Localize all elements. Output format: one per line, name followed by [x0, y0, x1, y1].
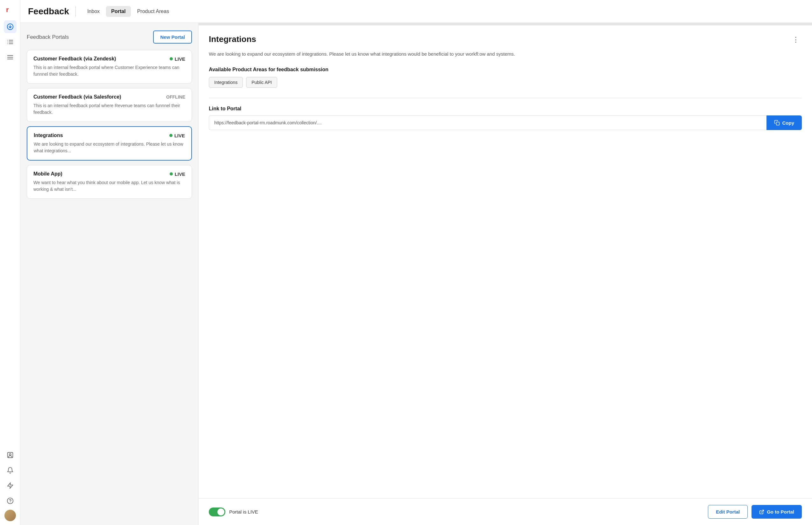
portal-card-mobile[interactable]: Mobile App) LIVE We want to hear what yo… [27, 165, 192, 199]
portal-card-salesforce[interactable]: Customer Feedback (via Salesforce) OFFLI… [27, 88, 192, 122]
status-dot-live [169, 134, 173, 137]
portal-status-salesforce: OFFLINE [166, 94, 185, 100]
portal-description: This is an internal feedback portal wher… [33, 64, 185, 78]
bell-icon[interactable] [4, 464, 17, 477]
status-text: LIVE [175, 56, 185, 62]
portal-status-zendesk: LIVE [170, 56, 185, 62]
person-icon[interactable] [4, 449, 17, 461]
app-logo[interactable]: r [4, 4, 16, 15]
portal-description: We want to hear what you think about our… [33, 179, 185, 193]
portal-status-mobile: LIVE [170, 171, 185, 177]
download-icon[interactable] [4, 20, 17, 33]
new-portal-button[interactable]: New Portal [153, 31, 192, 44]
edit-portal-button[interactable]: Edit Portal [708, 505, 748, 519]
portal-card-header: Customer Feedback (via Zendesk) LIVE [33, 56, 185, 62]
svg-rect-18 [776, 122, 779, 125]
tab-inbox[interactable]: Inbox [82, 6, 105, 17]
copy-label: Copy [782, 120, 795, 125]
status-text: OFFLINE [166, 94, 185, 100]
detail-top-bar [199, 23, 812, 26]
go-to-portal-button[interactable]: Go to Portal [752, 505, 802, 519]
live-toggle[interactable] [209, 508, 226, 516]
detail-footer: Portal is LIVE Edit Portal Go to Portal [199, 498, 812, 525]
sidebar: r [0, 0, 20, 525]
portal-card-zendesk[interactable]: Customer Feedback (via Zendesk) LIVE Thi… [27, 50, 192, 84]
detail-panel: Integrations ⋮ We are looking to expand … [199, 23, 812, 525]
portal-name: Customer Feedback (via Zendesk) [33, 56, 116, 62]
avatar[interactable] [4, 510, 16, 521]
live-toggle-row: Portal is LIVE [209, 508, 258, 516]
svg-point-14 [9, 453, 11, 455]
status-dot-live [170, 57, 173, 60]
portal-description: We are looking to expand our ecosystem o… [34, 141, 185, 154]
portal-name: Mobile App) [33, 171, 62, 177]
detail-title: Integrations [209, 34, 256, 44]
lightning-icon[interactable] [4, 479, 17, 492]
toggle-knob [217, 508, 224, 515]
product-area-tag-integrations: Integrations [209, 77, 243, 88]
link-section: Link to Portal Copy [209, 98, 802, 130]
footer-buttons: Edit Portal Go to Portal [708, 505, 802, 519]
live-toggle-label: Portal is LIVE [229, 509, 258, 514]
portal-link-input[interactable] [209, 116, 767, 130]
product-area-tag-public-api: Public API [246, 77, 277, 88]
detail-content: Integrations ⋮ We are looking to expand … [199, 26, 812, 498]
product-areas-section-title: Available Product Areas for feedback sub… [209, 67, 802, 73]
detail-menu-button[interactable]: ⋮ [790, 34, 802, 45]
header: Feedback Inbox Portal Product Areas [20, 0, 812, 23]
portal-card-header: Integrations LIVE [34, 133, 185, 138]
external-link-icon [759, 509, 764, 514]
portal-status-integrations: LIVE [169, 133, 185, 138]
portal-list-panel: Feedback Portals New Portal Customer Fee… [20, 23, 199, 525]
content-area: Feedback Portals New Portal Customer Fee… [20, 23, 812, 525]
portal-list-title: Feedback Portals [27, 34, 69, 40]
detail-description: We are looking to expand our ecosystem o… [209, 50, 802, 58]
portal-name: Integrations [34, 133, 63, 138]
svg-line-19 [762, 510, 764, 512]
portal-list-header: Feedback Portals New Portal [27, 31, 192, 44]
product-areas-tags: Integrations Public API [209, 77, 802, 88]
detail-header: Integrations ⋮ [209, 34, 802, 45]
portal-name: Customer Feedback (via Salesforce) [33, 94, 121, 100]
copy-icon [774, 120, 780, 125]
portal-card-integrations[interactable]: Integrations LIVE We are looking to expa… [27, 126, 192, 161]
copy-button[interactable]: Copy [767, 116, 802, 130]
status-text: LIVE [175, 171, 185, 177]
svg-marker-15 [7, 483, 13, 489]
page-title: Feedback [28, 6, 69, 17]
tab-portal[interactable]: Portal [106, 6, 131, 17]
portal-card-header: Customer Feedback (via Salesforce) OFFLI… [33, 94, 185, 100]
link-section-title: Link to Portal [209, 106, 802, 111]
tab-product-areas[interactable]: Product Areas [132, 6, 174, 17]
status-dot-live [170, 172, 173, 176]
status-text: LIVE [174, 133, 185, 138]
main-area: Feedback Inbox Portal Product Areas Feed… [20, 0, 812, 525]
help-icon[interactable] [4, 494, 17, 507]
grid-icon[interactable] [4, 51, 17, 64]
svg-text:r: r [6, 6, 9, 14]
portal-description: This is an internal feedback portal wher… [33, 102, 185, 116]
nav-tabs: Inbox Portal Product Areas [82, 6, 174, 17]
list-icon[interactable] [4, 35, 17, 48]
go-to-portal-label: Go to Portal [767, 509, 794, 514]
header-divider [75, 6, 76, 17]
portal-card-header: Mobile App) LIVE [33, 171, 185, 177]
link-row: Copy [209, 116, 802, 130]
